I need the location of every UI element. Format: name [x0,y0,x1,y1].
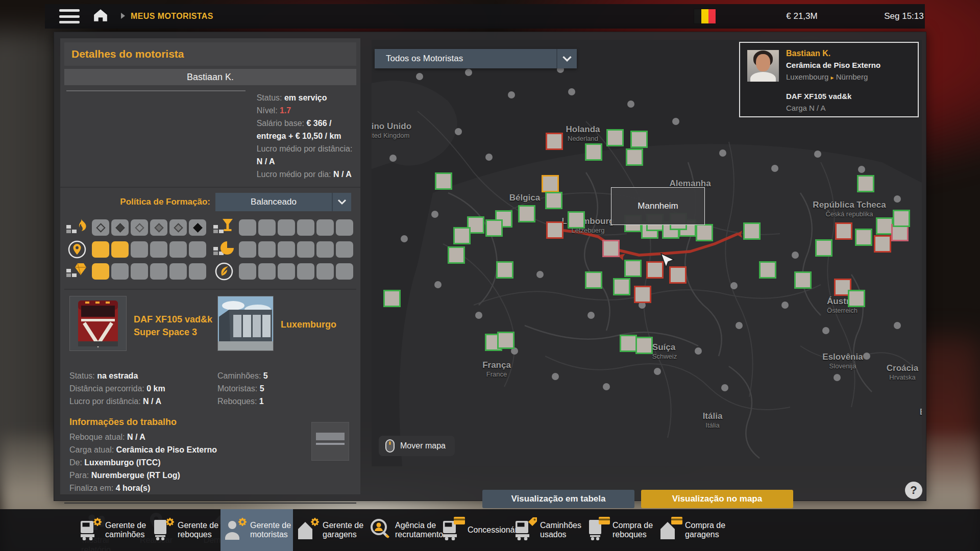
skill-slot [189,241,206,258]
driver-map-marker[interactable] [546,221,564,239]
skill-slot [336,219,353,236]
driver-icon [224,518,246,542]
driver-map-marker[interactable] [876,217,893,235]
skill-slot [239,219,256,236]
driver-map-marker[interactable] [518,205,535,222]
skill-slot [92,263,109,280]
nav-truck-tag[interactable]: Caminhões usados [510,509,583,551]
skill-slot [258,241,276,258]
home-icon[interactable] [93,8,108,24]
driver-map-marker[interactable] [848,290,865,307]
stat-line: Distância percorrida: 0 km [69,382,217,395]
europe-map[interactable]: Reino UnidoUnited KingdomHolandaNederlan… [372,40,922,466]
driver-map-marker[interactable] [759,261,776,279]
training-policy-dropdown[interactable]: Balanceado [215,193,351,211]
stat-line: Reboques: 1 [217,395,268,408]
driver-map-marker[interactable] [542,175,559,192]
driver-map-marker[interactable] [448,246,465,264]
driver-map-marker[interactable] [624,260,642,277]
driver-map-marker[interactable] [634,286,651,303]
country-label: FrançaFrance [482,360,511,378]
driver-map-marker[interactable] [874,235,891,253]
driver-map-marker[interactable] [613,278,630,295]
driver-details-panel: Detalhes do motorista Bastiaan K. Status… [60,38,360,494]
skill-slot [278,263,295,280]
driver-map-marker[interactable] [497,332,514,349]
nav-garage-card[interactable]: Compra de garagens [655,509,728,551]
driver-map-marker[interactable] [630,131,648,148]
stat-line: Finaliza em: 4 hora(s) [69,482,356,494]
nav-trailer-card[interactable]: Compra de reboques [583,509,655,551]
country-label: República TchecaČeská republika [813,200,886,218]
driver-map-marker[interactable] [585,143,602,161]
skill-row-fragile-glass [213,218,353,237]
driver-map-marker[interactable] [453,227,471,244]
driver-map-marker[interactable] [435,172,452,190]
nav-label: Gerente de motoristas [250,521,293,539]
table-view-button[interactable]: Visualização em tabela [482,490,634,508]
driver-map-marker[interactable] [635,337,653,354]
driver-map-marker[interactable] [546,133,563,150]
garage-icon [296,518,318,542]
driver-map-marker[interactable] [620,335,637,352]
truck-name: DAF XF105 vad&k Super Space 3 [134,313,212,339]
garage-stats: Caminhões: 5Motoristas: 5Reboques: 1 [217,369,268,408]
belgium-flag-icon [694,9,716,23]
nav-driver-gear[interactable]: Gerente de motoristas [220,509,293,551]
driver-map-marker[interactable] [568,211,585,229]
gear-icon [237,517,248,529]
help-button[interactable]: ? [905,482,922,499]
skill-slot [278,241,295,258]
driver-map-marker[interactable] [606,129,624,146]
adr-badge [111,219,129,236]
driver-map-marker[interactable] [743,222,761,240]
driver-map-marker[interactable] [855,229,872,246]
nav-label: Compra de reboques [612,521,655,539]
driver-map-marker[interactable] [496,261,513,279]
skill-slot [316,241,334,258]
driver-map-marker[interactable] [857,175,874,192]
skill-slot [150,241,167,258]
country-label: CroáciaHrvatska [887,363,918,381]
driver-photo [66,90,246,91]
driver-map-marker[interactable] [383,290,401,307]
driver-map-marker[interactable] [835,222,852,240]
driver-map-marker[interactable] [794,271,812,289]
card-load: Carga N / A [786,104,826,112]
nav-recruit[interactable]: Agência de recrutamento [365,509,438,551]
driver-filter-value: Todos os Motoristas [375,54,556,64]
driver-filter-dropdown[interactable]: Todos os Motoristas [375,49,577,68]
skill-slot [239,263,256,280]
driver-map-marker[interactable] [585,271,602,289]
skill-row-eco-leaf [213,262,353,281]
country-label: EslovêniaSlovenija [822,352,863,370]
truck-icon [441,518,463,542]
driver-map-marker[interactable] [893,210,910,227]
truck-thumbnail[interactable] [69,296,127,351]
stat-line: Caminhões: 5 [217,369,268,382]
driver-map-marker[interactable] [626,148,643,166]
nav-truck-card[interactable]: Concessionárias [438,509,510,551]
nav-trailer-gear[interactable]: Gerente de reboques [148,509,220,551]
chevron-down-icon[interactable] [556,49,577,68]
skill-slot [316,263,334,280]
recruit-icon [369,518,391,542]
garage-thumbnail[interactable] [217,296,274,351]
gear-icon [92,517,103,529]
menu-icon[interactable] [59,9,80,23]
panel-title: Detalhes do motorista [64,42,356,66]
adr-flame-icon [66,218,88,237]
stat-line: Salário base: € 366 / entrega + € 10,50 … [257,117,356,142]
driver-map-marker[interactable] [815,239,832,257]
map-view-button[interactable]: Visualização no mapa [641,490,793,508]
driver-map-marker[interactable] [696,224,713,241]
chevron-down-icon[interactable] [332,193,351,211]
nav-truck-gear[interactable]: Gerente de caminhões [76,509,148,551]
driver-map-marker[interactable] [545,192,562,209]
driver-map-marker[interactable] [485,219,503,237]
mouse-cursor [660,253,675,273]
breadcrumb[interactable]: MEUS MOTORISTAS [131,12,213,21]
eco-leaf-icon [213,262,235,281]
driver-map-marker[interactable] [602,240,620,257]
nav-garage-gear[interactable]: Gerente de garagens [293,509,365,551]
